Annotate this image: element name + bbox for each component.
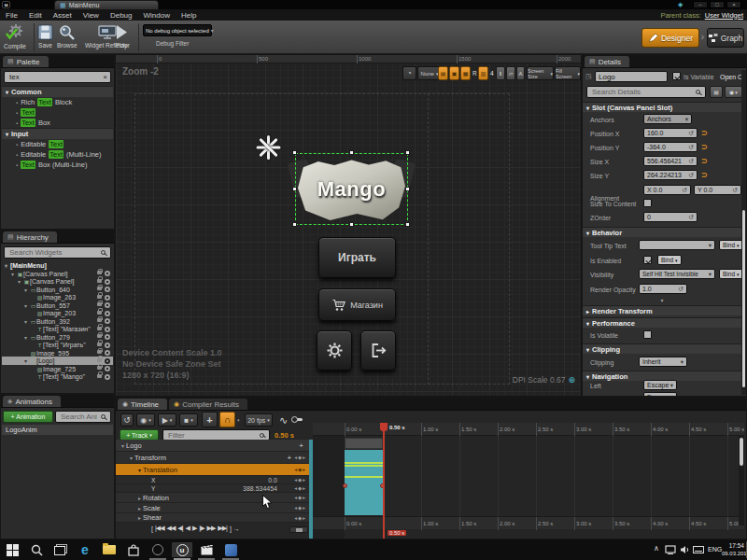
keyframe-icon[interactable]: ⊃ (701, 157, 708, 165)
lock-icon[interactable] (97, 287, 102, 290)
screen-size-dropdown[interactable]: Screen Size▾ (527, 66, 554, 80)
position-y-field[interactable]: -364.0↺ (643, 142, 698, 152)
resize-handle[interactable] (349, 150, 354, 155)
browse-button[interactable]: Browse (57, 23, 78, 49)
timeline-graph[interactable]: 0.00 s1.00 s1.50 s2.00 s2.50 s3.00 s3.50… (313, 423, 744, 539)
tab-hierarchy[interactable]: ▤Hierarchy (3, 231, 57, 243)
lock-icon[interactable] (97, 358, 102, 362)
task-view-button[interactable] (50, 542, 71, 557)
track-row-x[interactable]: X0.0◂◆▸ (116, 476, 309, 484)
logo-widget-selection[interactable]: Mango (295, 153, 408, 225)
section-clipping[interactable]: ▾Clipping (583, 343, 741, 354)
track-row-y[interactable]: Y388.534454◂◆▸ (116, 484, 309, 493)
graph-scrollbar-thumb[interactable] (740, 438, 743, 466)
resize-handle[interactable] (405, 150, 410, 155)
designer-mode-button[interactable]: Designer (641, 28, 699, 48)
tab-timeline[interactable]: ◉Timeline (118, 399, 167, 410)
track-filter-input[interactable] (166, 430, 258, 441)
snap-toggle-1[interactable]: ▤ (438, 66, 448, 80)
render-opacity-field[interactable]: 1.0↺ (639, 284, 687, 294)
section-render-transform[interactable]: ▸Render Transform (583, 305, 741, 315)
hierarchy-search[interactable] (4, 246, 111, 259)
visibility-eye-icon[interactable] (105, 295, 110, 301)
palette-item[interactable]: ▪Text Box (Multi-Line) (2, 160, 113, 170)
details-view-options-button[interactable]: ◉▾ (725, 86, 742, 98)
visibility-eye-icon[interactable] (105, 350, 110, 356)
size-y-field[interactable]: 264.224213↺ (643, 170, 698, 180)
keyframe-area[interactable] (345, 450, 383, 515)
chevron-icon[interactable]: ▸ (136, 495, 143, 501)
section-slot[interactable]: ▾Slot (Canvas Panel Slot) (583, 102, 741, 112)
key-diamond-icon[interactable]: ◆ (298, 505, 302, 511)
minimize-button[interactable]: – (693, 1, 708, 8)
track-row-rotation[interactable]: ▸Rotation◂◆▸ (116, 493, 309, 503)
keyframe-nav[interactable]: ◂◆▸ (294, 515, 309, 521)
visibility-eye-icon[interactable] (105, 279, 110, 285)
add-animation-button[interactable]: + Animation (3, 411, 53, 423)
lock-icon[interactable] (97, 334, 102, 338)
section-performance[interactable]: ▾Performance (583, 317, 741, 328)
dpi-scale[interactable]: DPI Scale 0.67 ⊛ (513, 375, 575, 385)
palette-item[interactable]: ▪Text (2, 107, 113, 118)
transport-button[interactable]: ◀◀ (167, 525, 176, 532)
localization-preview-button[interactable]: ◔ (402, 66, 416, 80)
reset-icon[interactable]: ↺ (679, 286, 684, 293)
visibility-eye-icon[interactable] (105, 374, 110, 380)
play-button[interactable]: Play (114, 23, 129, 49)
palette-search[interactable]: × (4, 71, 111, 83)
track-row-logo[interactable]: ▾Logo+ (116, 440, 309, 452)
unreal-engine-taskbar-button[interactable]: u (172, 542, 192, 557)
menu-window[interactable]: Window (137, 11, 175, 20)
menu-edit[interactable]: Edit (23, 11, 48, 20)
language-indicator[interactable]: ENG (708, 546, 722, 553)
snap-toggle-2[interactable]: ▣ (449, 66, 459, 80)
reset-icon[interactable]: ↺ (689, 144, 694, 151)
tab-compiler-results[interactable]: ◉Compiler Results (169, 399, 247, 410)
palette-section-input[interactable]: ▾Input (2, 128, 113, 139)
visibility-eye-icon[interactable] (105, 271, 110, 276)
chevron-icon[interactable]: ▾ (128, 455, 134, 461)
visibility-eye-icon[interactable] (105, 366, 110, 371)
lock-icon[interactable] (97, 311, 102, 315)
tooltip-bind-button[interactable]: Bind▾ (719, 240, 743, 250)
settings-menu-button[interactable] (317, 330, 352, 371)
visibility-dropdown[interactable]: Self Hit Test Invisible▾ (639, 269, 715, 279)
lock-icon[interactable] (97, 302, 102, 306)
timeline-play-button[interactable]: ▶▾ (158, 413, 176, 427)
start-button[interactable] (2, 542, 22, 557)
details-search-input[interactable] (590, 87, 694, 97)
timeline-reset-button[interactable]: ↺ (120, 413, 134, 427)
tab-palette[interactable]: ▤Palette (3, 56, 49, 67)
anchor-medallion[interactable] (257, 135, 281, 160)
lock-icon[interactable] (97, 343, 102, 346)
designer-canvas[interactable]: 0500100015002000 Zoom -2 ◔ None▾ ▤ ▣ ▦ R… (115, 54, 582, 397)
visibility-eye-icon[interactable] (105, 302, 110, 308)
is-enabled-bind-button[interactable]: Bind▾ (657, 255, 682, 265)
animations-search-input[interactable] (59, 412, 99, 422)
is-volatile-checkbox[interactable] (643, 330, 652, 339)
key-diamond-icon[interactable]: ◆ (298, 467, 302, 472)
track-row-scale[interactable]: ▸Scale◂◆▸ (116, 503, 309, 513)
chevron-icon[interactable]: ▾ (136, 467, 143, 473)
fill-screen-dropdown[interactable]: Fill Screen▾ (555, 66, 581, 80)
menu-help[interactable]: Help (176, 11, 202, 20)
anchors-dropdown[interactable]: Anchors▾ (643, 114, 692, 124)
clipping-dropdown[interactable]: Inherit▾ (639, 357, 687, 367)
tooltip-field[interactable]: ▾ (639, 240, 715, 250)
notification-icon[interactable]: ◈ (678, 1, 683, 8)
tab-details[interactable]: ▤Details (585, 56, 629, 67)
visibility-eye-icon[interactable] (105, 327, 110, 332)
size-to-content-checkbox[interactable] (643, 199, 652, 207)
hierarchy-row[interactable]: T[Text] "Mango" (2, 372, 113, 381)
keyframe-dot[interactable] (343, 483, 347, 488)
reset-icon[interactable]: ↺ (689, 214, 694, 221)
lock-icon[interactable] (97, 279, 102, 283)
track-row-translation[interactable]: ▾Translation◂◆▸ (116, 464, 309, 476)
zoom-fit-button[interactable]: ‖ (496, 66, 505, 80)
lock-icon[interactable] (97, 327, 102, 330)
lock-icon[interactable] (97, 295, 102, 299)
chevron-icon[interactable]: ▾ (120, 442, 126, 449)
clear-search-icon[interactable]: × (103, 73, 107, 81)
dpi-settings-icon[interactable]: ⊛ (568, 375, 575, 385)
keyframe-nav[interactable]: ◂◆▸ (294, 485, 309, 491)
